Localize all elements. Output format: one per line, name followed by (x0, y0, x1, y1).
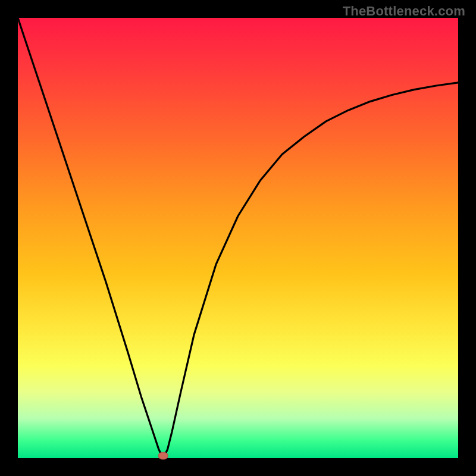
bottleneck-curve (18, 18, 458, 458)
attribution-label: TheBottleneck.com (343, 4, 465, 19)
chart-svg (18, 18, 458, 458)
plot-area (18, 18, 458, 458)
optimal-point-marker (158, 452, 168, 459)
chart-frame: TheBottleneck.com (0, 0, 476, 476)
